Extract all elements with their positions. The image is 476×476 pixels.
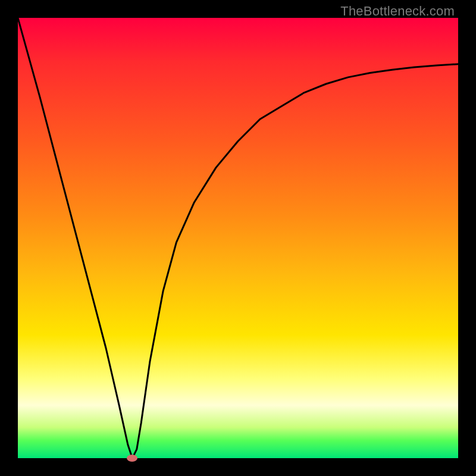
minimum-marker: [127, 455, 137, 462]
bottleneck-curve: [18, 18, 458, 458]
watermark-text: TheBottleneck.com: [340, 4, 455, 19]
curve-path: [18, 18, 458, 458]
chart-frame: [18, 18, 458, 458]
